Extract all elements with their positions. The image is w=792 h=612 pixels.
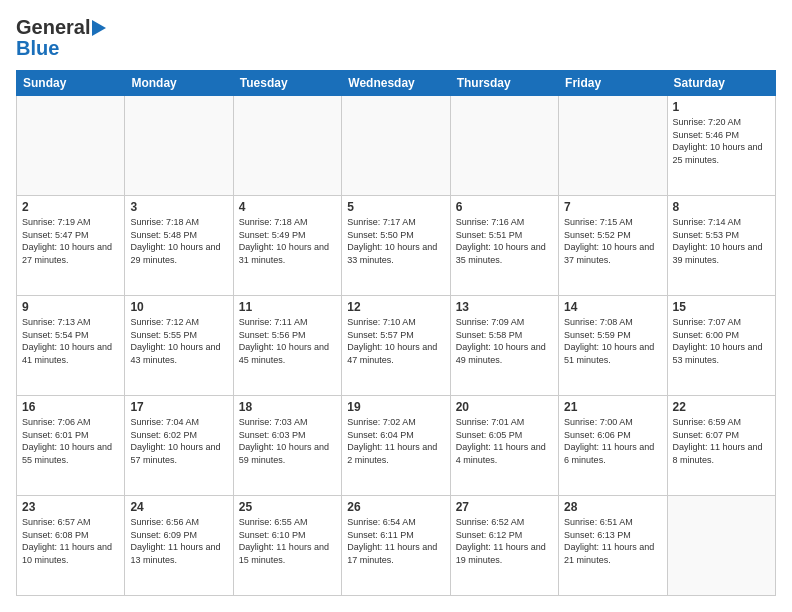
- day-cell: 2Sunrise: 7:19 AM Sunset: 5:47 PM Daylig…: [17, 196, 125, 296]
- day-info: Sunrise: 7:13 AM Sunset: 5:54 PM Dayligh…: [22, 316, 119, 366]
- day-info: Sunrise: 7:12 AM Sunset: 5:55 PM Dayligh…: [130, 316, 227, 366]
- day-cell: 23Sunrise: 6:57 AM Sunset: 6:08 PM Dayli…: [17, 496, 125, 596]
- day-cell: [233, 96, 341, 196]
- day-cell: 3Sunrise: 7:18 AM Sunset: 5:48 PM Daylig…: [125, 196, 233, 296]
- calendar-table: SundayMondayTuesdayWednesdayThursdayFrid…: [16, 70, 776, 596]
- day-cell: 5Sunrise: 7:17 AM Sunset: 5:50 PM Daylig…: [342, 196, 450, 296]
- weekday-header-friday: Friday: [559, 71, 667, 96]
- day-info: Sunrise: 7:18 AM Sunset: 5:49 PM Dayligh…: [239, 216, 336, 266]
- day-number: 25: [239, 500, 336, 514]
- day-number: 17: [130, 400, 227, 414]
- weekday-header-monday: Monday: [125, 71, 233, 96]
- weekday-header-saturday: Saturday: [667, 71, 775, 96]
- day-number: 1: [673, 100, 770, 114]
- day-cell: [450, 96, 558, 196]
- day-number: 13: [456, 300, 553, 314]
- day-info: Sunrise: 6:56 AM Sunset: 6:09 PM Dayligh…: [130, 516, 227, 566]
- day-number: 3: [130, 200, 227, 214]
- day-cell: 13Sunrise: 7:09 AM Sunset: 5:58 PM Dayli…: [450, 296, 558, 396]
- day-cell: [342, 96, 450, 196]
- day-info: Sunrise: 7:04 AM Sunset: 6:02 PM Dayligh…: [130, 416, 227, 466]
- header: General Blue: [16, 16, 776, 60]
- day-cell: 28Sunrise: 6:51 AM Sunset: 6:13 PM Dayli…: [559, 496, 667, 596]
- day-cell: 11Sunrise: 7:11 AM Sunset: 5:56 PM Dayli…: [233, 296, 341, 396]
- day-number: 4: [239, 200, 336, 214]
- day-cell: [125, 96, 233, 196]
- day-info: Sunrise: 6:57 AM Sunset: 6:08 PM Dayligh…: [22, 516, 119, 566]
- day-info: Sunrise: 7:06 AM Sunset: 6:01 PM Dayligh…: [22, 416, 119, 466]
- day-cell: 10Sunrise: 7:12 AM Sunset: 5:55 PM Dayli…: [125, 296, 233, 396]
- day-info: Sunrise: 7:07 AM Sunset: 6:00 PM Dayligh…: [673, 316, 770, 366]
- day-number: 10: [130, 300, 227, 314]
- day-cell: 22Sunrise: 6:59 AM Sunset: 6:07 PM Dayli…: [667, 396, 775, 496]
- day-info: Sunrise: 6:51 AM Sunset: 6:13 PM Dayligh…: [564, 516, 661, 566]
- logo: General Blue: [16, 16, 106, 60]
- day-number: 22: [673, 400, 770, 414]
- day-info: Sunrise: 7:02 AM Sunset: 6:04 PM Dayligh…: [347, 416, 444, 466]
- day-cell: [559, 96, 667, 196]
- day-number: 15: [673, 300, 770, 314]
- day-number: 8: [673, 200, 770, 214]
- weekday-header-wednesday: Wednesday: [342, 71, 450, 96]
- logo-general: General: [16, 16, 90, 39]
- day-number: 12: [347, 300, 444, 314]
- day-number: 5: [347, 200, 444, 214]
- day-cell: 6Sunrise: 7:16 AM Sunset: 5:51 PM Daylig…: [450, 196, 558, 296]
- day-number: 14: [564, 300, 661, 314]
- day-number: 27: [456, 500, 553, 514]
- day-cell: [17, 96, 125, 196]
- day-info: Sunrise: 6:55 AM Sunset: 6:10 PM Dayligh…: [239, 516, 336, 566]
- day-cell: 9Sunrise: 7:13 AM Sunset: 5:54 PM Daylig…: [17, 296, 125, 396]
- day-cell: 25Sunrise: 6:55 AM Sunset: 6:10 PM Dayli…: [233, 496, 341, 596]
- week-row-4: 16Sunrise: 7:06 AM Sunset: 6:01 PM Dayli…: [17, 396, 776, 496]
- day-cell: 7Sunrise: 7:15 AM Sunset: 5:52 PM Daylig…: [559, 196, 667, 296]
- day-cell: 16Sunrise: 7:06 AM Sunset: 6:01 PM Dayli…: [17, 396, 125, 496]
- weekday-header-thursday: Thursday: [450, 71, 558, 96]
- day-cell: 18Sunrise: 7:03 AM Sunset: 6:03 PM Dayli…: [233, 396, 341, 496]
- day-number: 6: [456, 200, 553, 214]
- day-cell: 8Sunrise: 7:14 AM Sunset: 5:53 PM Daylig…: [667, 196, 775, 296]
- day-number: 11: [239, 300, 336, 314]
- day-number: 28: [564, 500, 661, 514]
- week-row-3: 9Sunrise: 7:13 AM Sunset: 5:54 PM Daylig…: [17, 296, 776, 396]
- day-cell: 14Sunrise: 7:08 AM Sunset: 5:59 PM Dayli…: [559, 296, 667, 396]
- day-number: 16: [22, 400, 119, 414]
- day-info: Sunrise: 7:20 AM Sunset: 5:46 PM Dayligh…: [673, 116, 770, 166]
- weekday-header-row: SundayMondayTuesdayWednesdayThursdayFrid…: [17, 71, 776, 96]
- day-info: Sunrise: 7:08 AM Sunset: 5:59 PM Dayligh…: [564, 316, 661, 366]
- day-cell: [667, 496, 775, 596]
- day-info: Sunrise: 7:01 AM Sunset: 6:05 PM Dayligh…: [456, 416, 553, 466]
- day-cell: 26Sunrise: 6:54 AM Sunset: 6:11 PM Dayli…: [342, 496, 450, 596]
- day-info: Sunrise: 6:52 AM Sunset: 6:12 PM Dayligh…: [456, 516, 553, 566]
- page: General Blue SundayMondayTuesdayWednesda…: [0, 0, 792, 612]
- day-number: 20: [456, 400, 553, 414]
- day-cell: 15Sunrise: 7:07 AM Sunset: 6:00 PM Dayli…: [667, 296, 775, 396]
- day-info: Sunrise: 7:09 AM Sunset: 5:58 PM Dayligh…: [456, 316, 553, 366]
- day-info: Sunrise: 6:59 AM Sunset: 6:07 PM Dayligh…: [673, 416, 770, 466]
- day-info: Sunrise: 7:14 AM Sunset: 5:53 PM Dayligh…: [673, 216, 770, 266]
- day-number: 19: [347, 400, 444, 414]
- day-cell: 4Sunrise: 7:18 AM Sunset: 5:49 PM Daylig…: [233, 196, 341, 296]
- day-cell: 1Sunrise: 7:20 AM Sunset: 5:46 PM Daylig…: [667, 96, 775, 196]
- day-number: 23: [22, 500, 119, 514]
- day-number: 18: [239, 400, 336, 414]
- day-cell: 20Sunrise: 7:01 AM Sunset: 6:05 PM Dayli…: [450, 396, 558, 496]
- day-number: 7: [564, 200, 661, 214]
- day-cell: 27Sunrise: 6:52 AM Sunset: 6:12 PM Dayli…: [450, 496, 558, 596]
- week-row-5: 23Sunrise: 6:57 AM Sunset: 6:08 PM Dayli…: [17, 496, 776, 596]
- day-number: 2: [22, 200, 119, 214]
- day-info: Sunrise: 7:11 AM Sunset: 5:56 PM Dayligh…: [239, 316, 336, 366]
- weekday-header-sunday: Sunday: [17, 71, 125, 96]
- day-cell: 21Sunrise: 7:00 AM Sunset: 6:06 PM Dayli…: [559, 396, 667, 496]
- day-number: 9: [22, 300, 119, 314]
- day-info: Sunrise: 7:17 AM Sunset: 5:50 PM Dayligh…: [347, 216, 444, 266]
- day-info: Sunrise: 7:15 AM Sunset: 5:52 PM Dayligh…: [564, 216, 661, 266]
- day-cell: 19Sunrise: 7:02 AM Sunset: 6:04 PM Dayli…: [342, 396, 450, 496]
- day-cell: 24Sunrise: 6:56 AM Sunset: 6:09 PM Dayli…: [125, 496, 233, 596]
- day-info: Sunrise: 7:00 AM Sunset: 6:06 PM Dayligh…: [564, 416, 661, 466]
- day-info: Sunrise: 7:10 AM Sunset: 5:57 PM Dayligh…: [347, 316, 444, 366]
- day-number: 26: [347, 500, 444, 514]
- day-info: Sunrise: 7:03 AM Sunset: 6:03 PM Dayligh…: [239, 416, 336, 466]
- week-row-2: 2Sunrise: 7:19 AM Sunset: 5:47 PM Daylig…: [17, 196, 776, 296]
- day-info: Sunrise: 7:16 AM Sunset: 5:51 PM Dayligh…: [456, 216, 553, 266]
